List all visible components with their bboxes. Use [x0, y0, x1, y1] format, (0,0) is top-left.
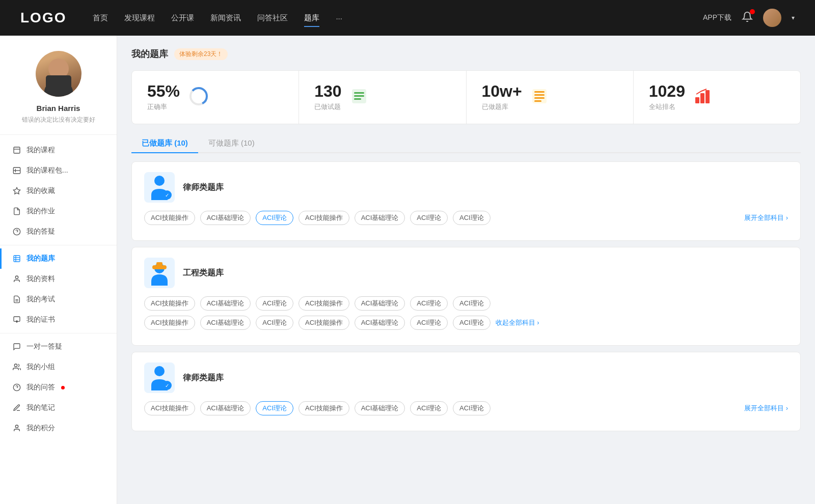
notification-bell[interactable] [742, 11, 753, 24]
expand-link-3[interactable]: 展开全部科目 › [744, 404, 788, 413]
qbank-tags-1: ACI技能操作 ACI基础理论 ACI理论 ACI技能操作 ACI基础理论 AC… [144, 211, 788, 225]
profile-avatar [36, 51, 82, 97]
tag-3-2[interactable]: ACI理论 [256, 401, 293, 415]
sidebar-item-my-homework[interactable]: 我的作业 [0, 201, 117, 221]
tag-1-4[interactable]: ACI基础理论 [355, 211, 405, 225]
sidebar-item-my-qbank[interactable]: 我的题库 [0, 248, 117, 269]
tag-1-5[interactable]: ACI理论 [410, 211, 448, 225]
svg-rect-37 [700, 93, 704, 103]
cert-icon [12, 315, 21, 324]
profile-name: Brian Harris [37, 104, 80, 113]
nav-home[interactable]: 首页 [93, 11, 108, 25]
tag-3-0[interactable]: ACI技能操作 [144, 401, 195, 415]
sidebar-item-my-note[interactable]: 我的笔记 [0, 398, 117, 418]
sidebar-item-my-collect[interactable]: 我的收藏 [0, 181, 117, 201]
svg-rect-30 [354, 98, 361, 100]
notification-badge [750, 9, 755, 14]
sidebar-item-one-on-one[interactable]: 一对一答疑 [0, 337, 117, 357]
svg-rect-29 [354, 95, 364, 97]
sidebar-item-my-course[interactable]: 我的课程 [0, 140, 117, 160]
main-content: 我的题库 体验剩余23天！ 55% 正确率 [117, 36, 815, 504]
tag-3-6[interactable]: ACI理论 [453, 401, 491, 415]
question-red-dot [61, 386, 65, 389]
tag-2-1[interactable]: ACI基础理论 [200, 296, 251, 311]
tag-3-1[interactable]: ACI基础理论 [200, 401, 251, 415]
nav-links: 首页 发现课程 公开课 新闻资讯 问答社区 题库 ··· [93, 11, 687, 25]
tag-2-6[interactable]: ACI理论 [453, 296, 491, 311]
tag-2-r2-3[interactable]: ACI技能操作 [298, 316, 349, 330]
qbank-tags-2-row2: ACI技能操作 ACI基础理论 ACI理论 ACI技能操作 ACI基础理论 AC… [144, 316, 788, 330]
package-icon [12, 166, 21, 175]
nav-more[interactable]: ··· [336, 12, 342, 24]
tag-2-3[interactable]: ACI技能操作 [298, 296, 349, 311]
qbank-icon [12, 254, 21, 263]
sidebar-label-my-points: 我的积分 [26, 424, 55, 433]
logo[interactable]: LOGO [20, 10, 66, 26]
sidebar-item-my-group[interactable]: 我的小组 [0, 357, 117, 377]
user-menu-chevron[interactable]: ▾ [792, 14, 795, 21]
sidebar: Brian Harris 错误的决定比没有决定要好 我的课程 我的课程包... [0, 36, 117, 504]
app-download-link[interactable]: APP下载 [703, 13, 731, 22]
group-icon [12, 362, 21, 372]
sidebar-label-my-cert: 我的证书 [26, 315, 55, 324]
nav-qa[interactable]: 问答社区 [257, 11, 288, 25]
qbank-title-1: 律师类题库 [183, 182, 224, 193]
svg-rect-2 [46, 75, 71, 91]
sidebar-label-my-qbank: 我的题库 [26, 254, 55, 263]
tab-done-banks[interactable]: 已做题库 (10) [131, 134, 198, 152]
svg-rect-32 [534, 91, 545, 93]
qbank-card-2: 工程类题库 ACI技能操作 ACI基础理论 ACI理论 ACI技能操作 ACI基… [131, 247, 801, 346]
tag-1-1[interactable]: ACI基础理论 [200, 211, 251, 225]
nav-open-course[interactable]: 公开课 [171, 11, 194, 25]
nav-discover[interactable]: 发现课程 [124, 11, 155, 25]
sidebar-item-my-cert[interactable]: 我的证书 [0, 310, 117, 330]
sidebar-item-my-exam[interactable]: 我的考试 [0, 289, 117, 310]
tab-available-banks[interactable]: 可做题库 (10) [198, 134, 265, 152]
tag-1-6[interactable]: ACI理论 [453, 211, 491, 225]
qbank-card-3-header: ✓ 律师类题库 [144, 362, 788, 393]
nav-news[interactable]: 新闻资讯 [210, 11, 241, 25]
points-icon [12, 424, 21, 433]
sidebar-label-my-course: 我的课程 [26, 146, 55, 155]
tag-1-2[interactable]: ACI理论 [256, 211, 293, 225]
tag-2-r2-2[interactable]: ACI理论 [256, 316, 293, 330]
user-avatar[interactable] [763, 9, 781, 27]
svg-point-39 [154, 176, 165, 186]
tag-1-0[interactable]: ACI技能操作 [144, 211, 195, 225]
tag-2-0[interactable]: ACI技能操作 [144, 296, 195, 311]
divider-2 [0, 333, 117, 333]
tag-2-5[interactable]: ACI理论 [410, 296, 448, 311]
tag-3-5[interactable]: ACI理论 [410, 401, 448, 415]
sidebar-item-my-profile[interactable]: 我的资料 [0, 269, 117, 289]
collapse-link-2[interactable]: 收起全部科目 › [496, 318, 539, 327]
tag-2-4[interactable]: ACI基础理论 [355, 296, 405, 311]
tag-2-2[interactable]: ACI理论 [256, 296, 293, 311]
page-title: 我的题库 [131, 48, 168, 60]
sidebar-label-one-on-one: 一对一答疑 [26, 342, 62, 351]
tag-2-r2-5[interactable]: ACI理论 [410, 316, 448, 330]
stat-label-rank: 全站排名 [649, 102, 685, 111]
homework-icon [12, 207, 21, 216]
page-layout: Brian Harris 错误的决定比没有决定要好 我的课程 我的课程包... [0, 36, 815, 504]
sidebar-item-my-points[interactable]: 我的积分 [0, 418, 117, 438]
qbank-title-2: 工程类题库 [183, 268, 224, 278]
sidebar-item-my-answer[interactable]: 我的答疑 [0, 221, 117, 242]
sidebar-item-my-question[interactable]: 我的问答 [0, 377, 117, 398]
tag-2-r2-4[interactable]: ACI基础理论 [355, 316, 405, 330]
nav-qbank[interactable]: 题库 [304, 11, 319, 25]
tabs-row: 已做题库 (10) 可做题库 (10) [131, 134, 801, 153]
svg-rect-38 [705, 90, 710, 103]
qbank-icon-1: ✓ [144, 172, 175, 203]
stat-value-correct: 55% 正确率 [147, 83, 180, 111]
tag-3-4[interactable]: ACI基础理论 [355, 401, 405, 415]
sidebar-item-my-package[interactable]: 我的课程包... [0, 160, 117, 181]
tag-3-3[interactable]: ACI技能操作 [298, 401, 349, 415]
expand-link-1[interactable]: 展开全部科目 › [744, 213, 788, 222]
done-questions-icon [350, 87, 368, 107]
sidebar-profile: Brian Harris 错误的决定比没有决定要好 [0, 36, 117, 135]
tag-2-r2-6[interactable]: ACI理论 [453, 316, 491, 330]
qbank-tags-2-row1: ACI技能操作 ACI基础理论 ACI理论 ACI技能操作 ACI基础理论 AC… [144, 296, 788, 311]
tag-2-r2-1[interactable]: ACI基础理论 [200, 316, 251, 330]
tag-1-3[interactable]: ACI技能操作 [298, 211, 349, 225]
tag-2-r2-0[interactable]: ACI技能操作 [144, 316, 195, 330]
